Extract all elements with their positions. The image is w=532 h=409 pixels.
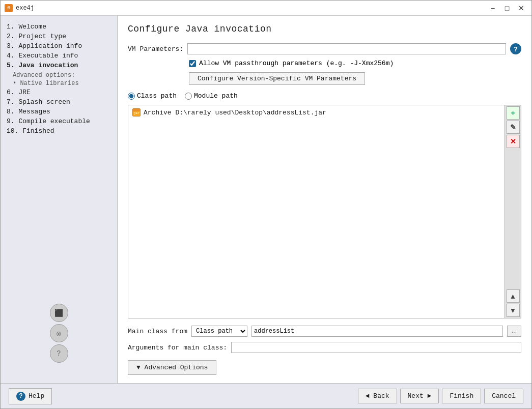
arguments-label: Arguments for main class: bbox=[128, 344, 227, 352]
arguments-input[interactable] bbox=[231, 342, 521, 353]
sidebar-icon-1: ⬛ bbox=[50, 304, 68, 322]
module-path-label: Module path bbox=[194, 92, 238, 100]
title-bar: e exe4j − □ ✕ bbox=[1, 1, 531, 16]
classpath-up-button[interactable]: ▲ bbox=[507, 289, 520, 303]
classpath-add-button[interactable]: + bbox=[507, 106, 520, 120]
sidebar-icon-3: ? bbox=[50, 344, 68, 363]
sidebar-item-finished[interactable]: 10. Finished bbox=[5, 126, 113, 136]
classpath-action-sidebar: + ✎ ✕ ▲ ▼ bbox=[505, 105, 521, 318]
classpath-edit-button[interactable]: ✎ bbox=[507, 121, 520, 134]
app-icon: e bbox=[5, 4, 13, 12]
main-window: e exe4j − □ ✕ 1. Welcome 2. Project type… bbox=[0, 0, 532, 409]
sidebar-item-application-info[interactable]: 3. Application info bbox=[5, 41, 113, 51]
back-button[interactable]: ◄ Back bbox=[358, 389, 397, 403]
bottom-left: ? Help bbox=[9, 388, 52, 404]
classpath-item[interactable]: jar Archive D:\rarely used\Desktop\addre… bbox=[130, 107, 502, 118]
finish-button[interactable]: Finish bbox=[442, 389, 481, 403]
module-path-radio[interactable] bbox=[185, 93, 192, 100]
configure-btn-row: Configure Version-Specific VM Parameters bbox=[128, 72, 521, 85]
class-path-radio[interactable] bbox=[128, 93, 135, 100]
allow-passthrough-label: Allow VM passthrough parameters (e.g. -J… bbox=[199, 60, 394, 67]
sidebar-item-splash-screen[interactable]: 7. Splash screen bbox=[5, 97, 113, 107]
vm-parameters-help-button[interactable]: ? bbox=[510, 43, 521, 54]
sidebar-advanced-options-label: Advanced options: bbox=[13, 71, 113, 79]
sidebar-icon-2: ◎ bbox=[50, 324, 68, 342]
help-icon: ? bbox=[16, 392, 25, 401]
class-path-option[interactable]: Class path bbox=[128, 92, 177, 100]
main-class-label: Main class from bbox=[128, 328, 187, 335]
panel-title: Configure Java invocation bbox=[128, 24, 521, 34]
configure-version-specific-button[interactable]: Configure Version-Specific VM Parameters bbox=[189, 72, 365, 85]
sidebar-item-compile-executable[interactable]: 9. Compile executable bbox=[5, 116, 113, 126]
main-content: 1. Welcome 2. Project type 3. Applicatio… bbox=[1, 16, 531, 383]
sidebar-item-messages[interactable]: 8. Messages bbox=[5, 107, 113, 116]
restore-button[interactable]: □ bbox=[501, 3, 513, 13]
sidebar-item-executable-info[interactable]: 4. Executable info bbox=[5, 51, 113, 61]
path-radio-row: Class path Module path bbox=[128, 92, 521, 100]
svg-text:jar: jar bbox=[134, 111, 139, 115]
main-class-row: Main class from Class path Module path .… bbox=[128, 326, 521, 337]
main-class-input[interactable] bbox=[251, 326, 503, 337]
window-title: exe4j bbox=[16, 5, 34, 12]
classpath-item-label: Archive D:\rarely used\Desktop\addressLi… bbox=[144, 109, 326, 116]
sidebar-advanced-options-section: Advanced options: • Native libraries bbox=[5, 71, 113, 87]
jar-icon: jar bbox=[132, 108, 141, 116]
module-path-option[interactable]: Module path bbox=[185, 92, 238, 100]
window-controls: − □ ✕ bbox=[487, 3, 527, 13]
sidebar-item-jre[interactable]: 6. JRE bbox=[5, 87, 113, 97]
advanced-options-button[interactable]: ▼ Advanced Options bbox=[128, 360, 216, 375]
classpath-container: jar Archive D:\rarely used\Desktop\addre… bbox=[128, 105, 521, 318]
classpath-down-button[interactable]: ▼ bbox=[507, 304, 520, 317]
arguments-row: Arguments for main class: bbox=[128, 342, 521, 353]
close-button[interactable]: ✕ bbox=[515, 3, 527, 13]
title-bar-left: e exe4j bbox=[5, 4, 34, 12]
sidebar-native-libraries[interactable]: • Native libraries bbox=[13, 79, 113, 87]
sidebar-item-java-invocation[interactable]: 5. Java invocation bbox=[5, 61, 113, 70]
main-class-dropdown[interactable]: Class path Module path bbox=[191, 326, 247, 337]
main-class-browse-button[interactable]: ... bbox=[507, 326, 521, 337]
next-button[interactable]: Next ► bbox=[400, 389, 439, 403]
vm-parameters-row: VM Parameters: ? bbox=[128, 43, 521, 54]
sidebar-item-project-type[interactable]: 2. Project type bbox=[5, 32, 113, 41]
allow-passthrough-row: Allow VM passthrough parameters (e.g. -J… bbox=[128, 60, 521, 67]
help-button[interactable]: ? Help bbox=[9, 388, 52, 404]
class-path-label: Class path bbox=[137, 92, 177, 100]
allow-passthrough-checkbox[interactable] bbox=[189, 60, 196, 67]
classpath-list[interactable]: jar Archive D:\rarely used\Desktop\addre… bbox=[128, 105, 505, 318]
help-label: Help bbox=[29, 392, 44, 400]
vm-parameters-label: VM Parameters: bbox=[128, 45, 183, 53]
sidebar-bottom-icons: ⬛ ◎ ? bbox=[50, 304, 68, 363]
sidebar: 1. Welcome 2. Project type 3. Applicatio… bbox=[1, 16, 118, 383]
cancel-button[interactable]: Cancel bbox=[484, 389, 523, 403]
bottom-right: ◄ Back Next ► Finish Cancel bbox=[358, 389, 523, 403]
minimize-button[interactable]: − bbox=[487, 3, 499, 13]
vm-parameters-input[interactable] bbox=[187, 43, 506, 54]
sidebar-item-welcome[interactable]: 1. Welcome bbox=[5, 22, 113, 32]
main-panel: Configure Java invocation VM Parameters:… bbox=[118, 16, 531, 383]
bottom-bar: ? Help ◄ Back Next ► Finish Cancel bbox=[1, 383, 531, 408]
classpath-remove-button[interactable]: ✕ bbox=[507, 135, 520, 148]
